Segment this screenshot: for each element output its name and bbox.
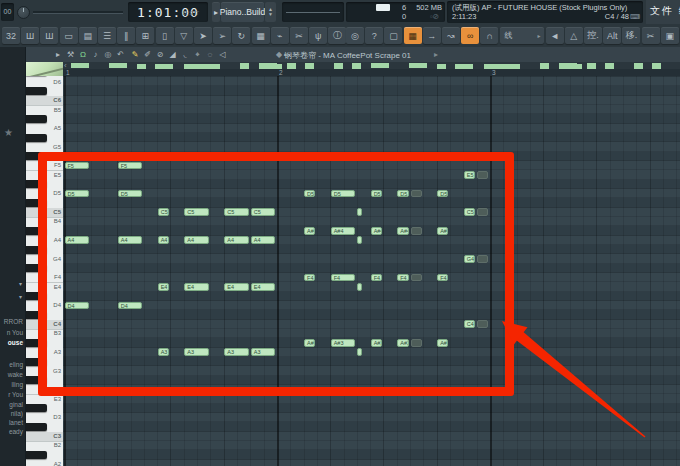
cut-tool-icon[interactable]: ✂ — [290, 27, 308, 44]
zoom-icon[interactable]: ◌ — [204, 48, 216, 61]
grid-row[interactable] — [63, 413, 680, 422]
filter-icon[interactable]: ▽ — [175, 27, 193, 44]
piano-key-black[interactable] — [26, 451, 47, 459]
main-volume-knob[interactable] — [17, 6, 30, 19]
touch-controller-icon[interactable]: ▭ — [60, 27, 78, 44]
preview-scroll-arrow-icon[interactable]: ‹ — [64, 62, 67, 69]
step-jump-icon[interactable]: → — [423, 27, 441, 44]
grid-row[interactable] — [63, 86, 680, 95]
control-button[interactable]: 控. — [584, 27, 602, 44]
plugin-window-icon[interactable]: ▢ — [384, 27, 402, 44]
favorite-star-icon[interactable]: ★ — [4, 127, 13, 138]
playback-icon[interactable]: ◁ — [217, 48, 229, 61]
mic-icon[interactable]: ψ — [309, 27, 327, 44]
piano-key-black[interactable] — [26, 404, 47, 412]
piano-roll-title[interactable]: 钢琴卷帘 - MA CoffeePot Scrape 01 — [284, 50, 411, 61]
grid-row[interactable] — [63, 96, 680, 105]
pattern-selector[interactable]: Piano..Build — [221, 2, 264, 22]
slide-note-icon[interactable]: ↝ — [442, 27, 460, 44]
title-arrow-icon[interactable]: ▸ — [434, 50, 438, 59]
piano-key-black[interactable] — [26, 115, 47, 123]
pattern-spinner[interactable]: ▲ ▼ — [265, 2, 276, 22]
plugin-icon[interactable]: ⌁ — [271, 27, 289, 44]
grid-row[interactable] — [63, 142, 680, 151]
playlist-track-name: RROR — [4, 318, 23, 325]
magic-hat-icon[interactable]: △ — [565, 27, 583, 44]
help-icon[interactable]: ? — [365, 27, 383, 44]
cpu-panel: 6 502 MB 0 ▫⊘ — [346, 2, 445, 22]
piano-key-black[interactable] — [26, 423, 47, 431]
grid-row[interactable] — [63, 432, 680, 441]
dropdown-arrow-icon[interactable]: ▸ — [538, 32, 541, 39]
collapse-triangle-icon[interactable]: ▾ — [19, 280, 22, 287]
paint-brush-icon[interactable]: ✐ — [142, 48, 154, 61]
autosave-icon[interactable]: ↻ — [232, 27, 250, 44]
metronome-target-icon[interactable]: ◎ — [346, 27, 364, 44]
grid-row[interactable] — [63, 133, 680, 142]
grid-row[interactable] — [63, 114, 680, 123]
info-icon[interactable]: ⓘ — [328, 27, 346, 44]
copy-icon[interactable]: ▣ — [661, 27, 679, 44]
piano-key-black[interactable] — [26, 134, 47, 142]
tempo-mini-panel[interactable]: 00 — [1, 3, 14, 21]
grid-line — [556, 76, 557, 466]
keys-header-drag-zone[interactable] — [26, 62, 63, 76]
mixer-icon[interactable]: ∥ — [117, 27, 135, 44]
playlist-track-name: nila) — [11, 410, 23, 417]
alt-button[interactable]: Alt — [603, 27, 621, 44]
grid-row[interactable] — [63, 441, 680, 450]
hand-tool-icon[interactable]: ➤ — [194, 27, 212, 44]
scissors-icon[interactable]: ✂ — [642, 27, 660, 44]
save-icon[interactable]: ▦ — [252, 27, 270, 44]
cursor-icon[interactable]: ➢ — [213, 27, 231, 44]
grid-row[interactable] — [63, 460, 680, 466]
grid-row[interactable] — [63, 450, 680, 459]
time-display[interactable]: 1:01:00 B:S:T — [128, 2, 208, 22]
grid-row[interactable] — [63, 404, 680, 413]
playlist-track-name: lling — [11, 381, 23, 388]
slice-icon[interactable]: ◟ — [179, 48, 191, 61]
edit-steps-icon[interactable]: ▤ — [79, 27, 97, 44]
channel-rack-icon[interactable]: ⊞ — [136, 27, 154, 44]
options-arrow-icon[interactable]: ▸ — [52, 48, 64, 61]
draw-pencil-icon[interactable]: ✎ — [129, 48, 141, 61]
snap-magnet-icon[interactable]: Ω — [77, 48, 89, 61]
pattern-length-icon[interactable]: Ш — [21, 27, 39, 44]
grid-row[interactable] — [63, 105, 680, 114]
pattern-prev-button[interactable]: ▸ — [212, 2, 220, 22]
speaker-icon[interactable]: ◄ — [546, 27, 564, 44]
pattern-spin-down-icon[interactable]: ▼ — [268, 12, 273, 17]
cpu-value: 6 — [402, 3, 406, 12]
wrench-icon[interactable]: ⚒ — [65, 48, 77, 61]
pattern-clone-icon[interactable]: Ш — [40, 27, 58, 44]
piano-key-label: C3 — [53, 433, 61, 439]
menu-file-item[interactable]: 文件 编辑 — [650, 4, 680, 18]
new-file-icon[interactable]: ▯ — [156, 27, 174, 44]
grid-row[interactable] — [63, 422, 680, 431]
menu-bar[interactable]: 文件 编辑 — [646, 0, 680, 24]
piano-key-label: B5 — [54, 107, 61, 113]
pattern-mini-preview[interactable]: ‹ — [63, 62, 680, 69]
line-mode-dropdown[interactable]: 线▸ — [500, 27, 544, 44]
undo-icon[interactable]: ↶ — [115, 48, 127, 61]
select-icon[interactable]: ⌖ — [192, 48, 204, 61]
main-pitch-slider[interactable] — [33, 11, 123, 14]
playlist-track-name: eling — [9, 361, 23, 368]
playlist-track-name: r You — [8, 391, 23, 398]
piano-roll-icon[interactable]: ▦ — [404, 27, 422, 44]
grid-line — [517, 76, 518, 466]
grid-row[interactable] — [63, 124, 680, 133]
grid-line — [570, 76, 571, 466]
step-editor-icon[interactable]: ☰ — [98, 27, 116, 44]
grid-row[interactable] — [63, 77, 680, 86]
delete-icon[interactable]: ⊘ — [154, 48, 166, 61]
headphones-icon[interactable]: ∩ — [480, 27, 498, 44]
piano-key-black[interactable] — [26, 87, 47, 95]
collapse-triangle-icon[interactable]: ▾ — [19, 293, 22, 300]
mute-icon[interactable]: ◢ — [167, 48, 179, 61]
target-channel-icon[interactable]: ◎ — [102, 48, 114, 61]
stamp-note-icon[interactable]: ♪ — [90, 48, 102, 61]
link-icon[interactable]: ∞ — [461, 27, 479, 44]
typing-piano-icon[interactable]: 32 — [2, 27, 20, 44]
move-button[interactable]: 移. — [622, 27, 640, 44]
